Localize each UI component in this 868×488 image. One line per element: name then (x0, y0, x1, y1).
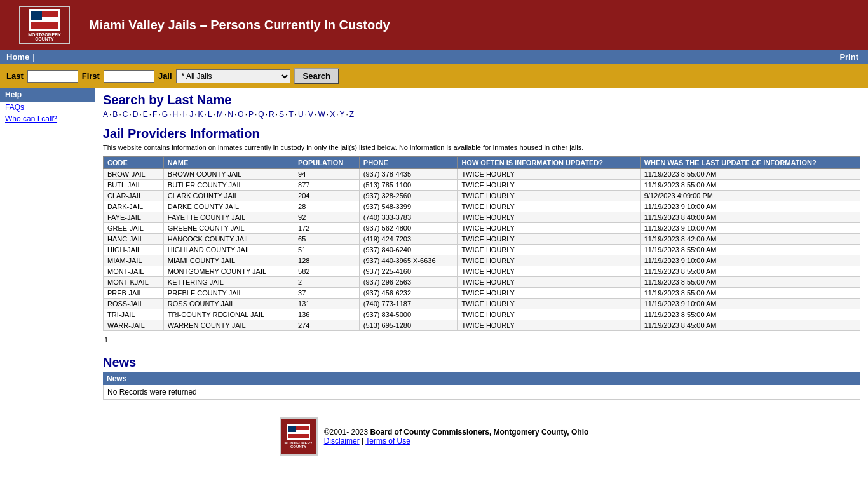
table-row: MIAM-JAILMIAMI COUNTY JAIL128(937) 440-3… (104, 255, 860, 266)
logo-area: MONTGOMERY COUNTY (6, 3, 83, 47)
alphabet-sep: · (158, 110, 160, 119)
terms-link[interactable]: Terms of Use (365, 437, 410, 445)
site-title: Miami Valley Jails – Persons Currently I… (83, 18, 862, 32)
alphabet-sep: · (285, 110, 287, 119)
alphabet-link-x[interactable]: X (330, 110, 335, 119)
alphabet-link-n[interactable]: N (227, 110, 233, 119)
table-row: HIGH-JAILHIGHLAND COUNTY JAIL51(937) 840… (104, 245, 860, 255)
alphabet-link-t[interactable]: T (288, 110, 293, 119)
table-cell-14-1: WARREN COUNTY JAIL (163, 320, 294, 331)
table-cell-9-4: TWICE HOURLY (458, 266, 640, 277)
alphabet-link-k[interactable]: K (198, 110, 203, 119)
main-layout: Help FAQs Who can I call? Search by Last… (0, 88, 868, 405)
alphabet-link-p[interactable]: P (248, 110, 254, 119)
alphabet-link-o[interactable]: O (238, 110, 243, 119)
alphabet-sep: · (266, 110, 268, 119)
alphabet-sep: · (336, 110, 338, 119)
col-header-0: CODE (104, 157, 164, 169)
table-cell-11-5: 11/19/2023 8:55:00 AM (640, 288, 860, 299)
table-cell-12-1: ROSS COUNTY JAIL (163, 299, 294, 309)
alphabet-link-q[interactable]: Q (258, 110, 264, 119)
table-cell-6-2: 65 (294, 234, 360, 245)
alphabet-link-b[interactable]: B (112, 110, 118, 119)
home-link[interactable]: Home (6, 52, 29, 62)
table-cell-4-4: TWICE HOURLY (458, 212, 640, 223)
alphabet-link-s[interactable]: S (279, 110, 284, 119)
alphabet-link-d[interactable]: D (133, 110, 139, 119)
table-row: GREE-JAILGREENE COUNTY JAIL172(937) 562-… (104, 223, 860, 234)
search-by-ln-section: Search by Last Name A · B · C · D · E · … (103, 93, 860, 119)
table-cell-12-3: (740) 773-1187 (359, 299, 458, 309)
last-label: Last (6, 71, 24, 81)
table-cell-5-4: TWICE HOURLY (458, 223, 640, 234)
table-cell-9-5: 11/19/2023 8:55:00 AM (640, 266, 860, 277)
last-input[interactable] (27, 70, 78, 83)
alphabet-link-e[interactable]: E (143, 110, 148, 119)
table-cell-5-1: GREENE COUNTY JAIL (163, 223, 294, 234)
alphabet-link-y[interactable]: Y (339, 110, 344, 119)
table-cell-9-2: 582 (294, 266, 360, 277)
table-row: DARK-JAILDARKE COUNTY JAIL28(937) 548-33… (104, 201, 860, 212)
table-cell-2-1: CLARK COUNTY JAIL (163, 191, 294, 201)
disclaimer-link[interactable]: Disclaimer (324, 437, 360, 445)
table-header-row: CODENAMEPOPULATIONPHONEHOW OFTEN IS INFO… (104, 157, 860, 169)
table-row: WARR-JAILWARREN COUNTY JAIL274(513) 695-… (104, 320, 860, 331)
table-cell-11-0: PREB-JAIL (104, 288, 164, 299)
table-row: CLAR-JAILCLARK COUNTY JAIL204(937) 328-2… (104, 191, 860, 201)
sidebar-link-who[interactable]: Who can I call? (0, 113, 95, 125)
alphabet-link-f[interactable]: F (153, 110, 157, 119)
alphabet-link-z[interactable]: Z (349, 110, 354, 119)
jail-providers-title: Jail Providers Information (103, 126, 860, 141)
alphabet-link-u[interactable]: U (298, 110, 304, 119)
table-cell-10-2: 2 (294, 277, 360, 288)
alphabet-sep: · (245, 110, 247, 119)
sidebar-link-faqs[interactable]: FAQs (0, 102, 95, 113)
print-link[interactable]: Print (839, 52, 858, 62)
footer: MONTGOMERYCOUNTY ©2001- 2023 Board of Co… (0, 405, 868, 468)
first-input[interactable] (104, 70, 154, 83)
table-cell-10-0: MONT-KJAIL (104, 277, 164, 288)
table-cell-12-5: 11/19/2023 9:10:00 AM (640, 299, 860, 309)
table-cell-0-4: TWICE HOURLY (458, 169, 640, 180)
table-cell-13-1: TRI-COUNTY REGIONAL JAIL (163, 309, 294, 320)
alphabet-link-r[interactable]: R (269, 110, 275, 119)
alphabet-link-v[interactable]: V (308, 110, 313, 119)
table-cell-2-4: TWICE HOURLY (458, 191, 640, 201)
alphabet-link-i[interactable]: I (183, 110, 185, 119)
alphabet-sep: · (186, 110, 188, 119)
alphabet-link-j[interactable]: J (189, 110, 193, 119)
alphabet-link-l[interactable]: L (208, 110, 212, 119)
table-footer: 1 (103, 335, 860, 345)
search-button[interactable]: Search (294, 68, 339, 84)
table-cell-10-5: 11/19/2023 8:55:00 AM (640, 277, 860, 288)
col-header-4: HOW OFTEN IS INFORMATION UPDATED? (458, 157, 640, 169)
table-cell-10-1: KETTERING JAIL (163, 277, 294, 288)
alphabet-link-g[interactable]: G (162, 110, 168, 119)
table-cell-14-3: (513) 695-1280 (359, 320, 458, 331)
alphabet-link-a[interactable]: A (103, 110, 108, 119)
table-row: BUTL-JAILBUTLER COUNTY JAIL877(513) 785-… (104, 180, 860, 191)
col-header-1: NAME (163, 157, 294, 169)
table-cell-4-5: 11/19/2023 8:40:00 AM (640, 212, 860, 223)
logo-text: MONTGOMERY COUNTY (20, 32, 69, 41)
table-row: HANC-JAILHANCOCK COUNTY JAIL65(419) 424-… (104, 234, 860, 245)
table-row: MONT-KJAILKETTERING JAIL2(937) 296-2563T… (104, 277, 860, 288)
table-cell-7-3: (937) 840-6240 (359, 245, 458, 255)
alphabet-link-m[interactable]: M (217, 110, 223, 119)
table-cell-6-4: TWICE HOURLY (458, 234, 640, 245)
search-bar: Last First Jail * All JailsBROWN COUNTY … (0, 64, 868, 88)
footer-logo-flag (288, 426, 309, 438)
table-cell-9-3: (937) 225-4160 (359, 266, 458, 277)
footer-org: Board of County Commissioners, Montgomer… (370, 428, 589, 437)
alphabet-link-h[interactable]: H (172, 110, 178, 119)
alphabet-link-w[interactable]: W (318, 110, 325, 119)
table-cell-1-5: 11/19/2023 8:55:00 AM (640, 180, 860, 191)
table-cell-3-2: 28 (294, 201, 360, 212)
alphabet-sep: · (327, 110, 329, 119)
alphabet-link-c[interactable]: C (123, 110, 128, 119)
table-cell-3-1: DARKE COUNTY JAIL (163, 201, 294, 212)
table-cell-14-5: 11/19/2023 8:45:00 AM (640, 320, 860, 331)
table-cell-8-2: 128 (294, 255, 360, 266)
jail-select[interactable]: * All JailsBROWN COUNTY JAILBUTLER COUNT… (176, 69, 290, 83)
footer-logo-canton (288, 426, 296, 432)
